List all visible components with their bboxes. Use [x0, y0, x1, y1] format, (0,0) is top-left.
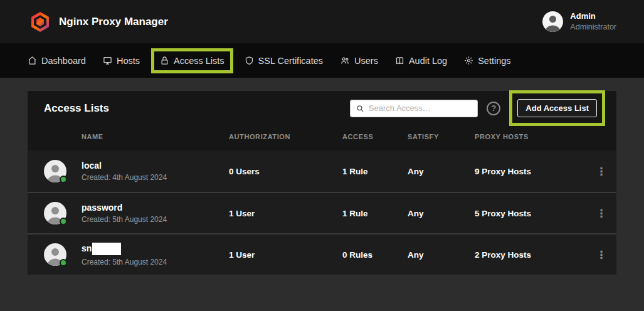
users-icon — [340, 56, 350, 65]
proxy-hosts-value: 2 Proxy Hosts — [475, 250, 586, 260]
access-lists-card: Access Lists ? Add Access List NAME AUTH… — [28, 91, 616, 275]
user-avatar[interactable] — [542, 11, 563, 32]
nav-item-access-lists[interactable]: Access Lists — [160, 56, 224, 66]
search-icon — [356, 104, 364, 113]
table-header: NAME AUTHORIZATION ACCESS SATISFY PROXY … — [28, 125, 616, 150]
add-access-list-button[interactable]: Add Access List — [517, 99, 597, 117]
user-menu[interactable]: Admin Administrator — [542, 11, 616, 32]
page-title: Access Lists — [44, 102, 109, 115]
proxy-hosts-value: 9 Proxy Hosts — [475, 167, 586, 176]
search-box[interactable] — [350, 100, 478, 117]
nav-item-hosts[interactable]: Hosts — [103, 56, 140, 66]
access-list-name: local — [82, 161, 229, 171]
status-dot-icon — [60, 176, 67, 183]
kebab-menu-icon[interactable]: ⋮ — [586, 208, 616, 219]
table-row[interactable]: password Created: 5th August 2024 1 User… — [28, 192, 616, 233]
satisfy-value: Any — [408, 167, 475, 176]
app-title: Nginx Proxy Manager — [59, 16, 168, 28]
help-icon[interactable]: ? — [487, 102, 500, 115]
nav-item-audit-log[interactable]: Audit Log — [395, 56, 447, 66]
kebab-menu-icon[interactable]: ⋮ — [586, 166, 616, 177]
annotation-highlight-access-lists: Access Lists — [151, 48, 233, 73]
user-role: Administrator — [570, 22, 616, 32]
avatar — [44, 202, 66, 224]
satisfy-value: Any — [408, 250, 475, 260]
monitor-icon — [103, 56, 112, 65]
nav-item-dashboard[interactable]: Dashboard — [28, 56, 86, 66]
table-row[interactable]: sn Created: 5th August 2024 1 User 0 Rul… — [28, 233, 616, 275]
nav-item-ssl-certificates[interactable]: SSL Certificates — [245, 56, 323, 66]
gear-icon — [464, 56, 473, 65]
avatar — [44, 243, 66, 266]
access-value: 1 Rule — [342, 209, 408, 218]
card-header: Access Lists ? Add Access List — [28, 91, 616, 125]
col-header-satisfy: SATISFY — [408, 133, 475, 140]
app-logo-icon — [30, 11, 50, 33]
col-header-authorization: AUTHORIZATION — [229, 133, 342, 140]
created-date: Created: 4th August 2024 — [82, 173, 229, 182]
status-dot-icon — [60, 218, 67, 225]
authorization-value: 1 User — [229, 250, 342, 260]
table-row[interactable]: local Created: 4th August 2024 0 Users 1… — [28, 150, 616, 192]
book-icon — [395, 56, 404, 65]
authorization-value: 1 User — [229, 209, 342, 218]
home-icon — [28, 56, 37, 65]
shield-icon — [245, 56, 254, 65]
main-nav: Dashboard Hosts Access Lists SSL Certifi… — [0, 43, 644, 78]
col-header-name: NAME — [82, 133, 229, 140]
person-icon — [542, 11, 563, 32]
proxy-hosts-value: 5 Proxy Hosts — [475, 209, 586, 218]
top-bar: Nginx Proxy Manager Admin Administrator — [0, 0, 644, 43]
access-list-name: password — [82, 203, 229, 213]
search-input[interactable] — [369, 103, 472, 113]
satisfy-value: Any — [408, 209, 475, 218]
nav-item-settings[interactable]: Settings — [464, 56, 510, 66]
avatar — [44, 160, 66, 182]
user-name: Admin — [570, 11, 616, 22]
col-header-access: ACCESS — [342, 133, 408, 140]
authorization-value: 0 Users — [229, 167, 342, 176]
access-value: 1 Rule — [342, 167, 408, 176]
lock-icon — [160, 56, 169, 65]
nav-item-users[interactable]: Users — [340, 56, 378, 66]
col-header-proxy-hosts: PROXY HOSTS — [475, 133, 586, 140]
status-dot-icon — [60, 259, 67, 266]
access-value: 0 Rules — [342, 250, 408, 260]
access-list-name: sn — [82, 243, 229, 255]
created-date: Created: 5th August 2024 — [82, 258, 229, 266]
annotation-highlight-add-button: Add Access List — [509, 90, 605, 126]
kebab-menu-icon[interactable]: ⋮ — [586, 250, 616, 260]
redaction-box — [92, 243, 121, 255]
created-date: Created: 5th August 2024 — [82, 215, 229, 224]
